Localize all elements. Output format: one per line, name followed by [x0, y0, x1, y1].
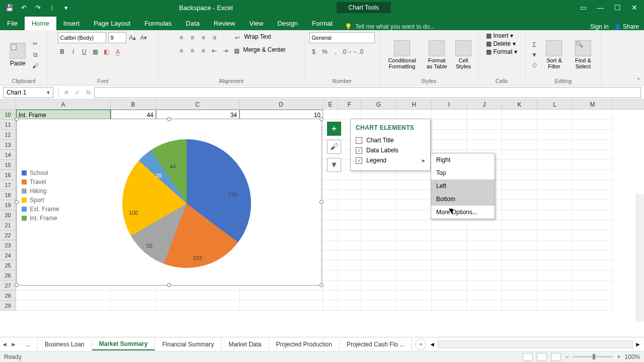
cell[interactable]: [323, 301, 338, 311]
cell[interactable]: [573, 281, 613, 291]
zoom-slider[interactable]: [573, 356, 613, 357]
cell[interactable]: [573, 160, 613, 170]
row-header[interactable]: 20: [0, 210, 16, 220]
cell[interactable]: [573, 170, 613, 180]
row-header[interactable]: 15: [0, 160, 16, 170]
wrap-text-button[interactable]: Wrap Text: [244, 33, 271, 42]
orientation-icon[interactable]: ⤭: [210, 33, 219, 42]
cell[interactable]: [502, 200, 537, 210]
row-header[interactable]: 13: [0, 140, 16, 150]
tab-page-layout[interactable]: Page Layout: [87, 17, 137, 30]
comma-icon[interactable]: ,: [332, 47, 341, 56]
cell[interactable]: [338, 270, 361, 281]
resize-handle[interactable]: [15, 200, 19, 204]
fx-icon[interactable]: fx: [83, 89, 94, 96]
cell[interactable]: [396, 240, 432, 250]
row-header[interactable]: 18: [0, 190, 16, 200]
column-header[interactable]: A: [16, 100, 111, 109]
row-header[interactable]: 16: [0, 170, 16, 180]
cell[interactable]: [361, 180, 396, 190]
cell[interactable]: [467, 260, 502, 270]
row-header[interactable]: 11: [0, 120, 16, 130]
save-icon[interactable]: 💾: [4, 4, 15, 12]
cell[interactable]: [396, 230, 432, 240]
row-header[interactable]: 27: [0, 281, 16, 291]
cell[interactable]: [573, 180, 613, 190]
tab-file[interactable]: File: [0, 17, 25, 30]
cell[interactable]: [323, 110, 338, 120]
chart-object[interactable]: SchoolTravelHikingSportExt. FrameInt. Fr…: [16, 119, 322, 286]
row-header[interactable]: 29: [0, 301, 16, 311]
decrease-indent-icon[interactable]: ⇤: [210, 46, 219, 55]
cell[interactable]: [502, 210, 537, 220]
cell[interactable]: [323, 291, 338, 301]
cell[interactable]: [502, 240, 537, 250]
column-header[interactable]: F: [338, 100, 361, 109]
cut-icon[interactable]: ✂: [31, 39, 40, 48]
cell[interactable]: [502, 190, 537, 200]
cells-insert-button[interactable]: ▦ Insert ▾: [486, 32, 513, 39]
cell[interactable]: [396, 260, 432, 270]
cell[interactable]: [396, 180, 432, 190]
cell[interactable]: [537, 260, 573, 270]
tab-home[interactable]: Home: [25, 17, 56, 30]
cell[interactable]: [361, 250, 396, 260]
cell[interactable]: [537, 291, 573, 301]
row-header[interactable]: 26: [0, 270, 16, 281]
align-center-icon[interactable]: ≡: [188, 46, 197, 55]
cell[interactable]: [323, 260, 338, 270]
increase-indent-icon[interactable]: ⇥: [221, 46, 230, 55]
cell[interactable]: [502, 180, 537, 190]
cells-format-button[interactable]: ▦ Format ▾: [486, 48, 517, 55]
row-header[interactable]: 19: [0, 200, 16, 210]
row-header[interactable]: 28: [0, 291, 16, 301]
align-top-icon[interactable]: ≡: [177, 33, 186, 42]
font-color-icon[interactable]: A̲: [113, 47, 122, 56]
checkbox-icon[interactable]: ✓: [356, 147, 362, 154]
cell[interactable]: [502, 260, 537, 270]
cell[interactable]: [537, 250, 573, 260]
cell[interactable]: [573, 110, 613, 120]
row-header[interactable]: 24: [0, 250, 16, 260]
resize-handle[interactable]: [15, 117, 19, 121]
cell[interactable]: [432, 301, 467, 311]
wrap-text-icon[interactable]: ↩: [233, 33, 242, 42]
fill-icon[interactable]: ▼: [530, 50, 539, 59]
cell[interactable]: [361, 220, 396, 230]
cell[interactable]: [338, 281, 361, 291]
currency-icon[interactable]: $: [309, 47, 318, 56]
maximize-icon[interactable]: ☐: [610, 4, 625, 12]
cell[interactable]: [323, 270, 338, 281]
tab-view[interactable]: View: [242, 17, 270, 30]
cell[interactable]: [502, 170, 537, 180]
format-as-table-button[interactable]: Format as Table: [423, 39, 450, 70]
font-size-select[interactable]: [108, 32, 126, 43]
cell[interactable]: [502, 150, 537, 160]
column-header[interactable]: B: [111, 100, 156, 109]
cell[interactable]: [111, 291, 156, 301]
cell[interactable]: [323, 230, 338, 240]
column-header[interactable]: J: [467, 100, 502, 109]
cell[interactable]: [467, 291, 502, 301]
ribbon-display-icon[interactable]: ▭: [576, 4, 591, 12]
cell[interactable]: [573, 270, 613, 281]
legend-item[interactable]: School: [22, 169, 59, 176]
cell[interactable]: [573, 220, 613, 230]
cell[interactable]: [432, 220, 467, 230]
resize-handle[interactable]: [319, 283, 324, 287]
tab-format[interactable]: Format: [305, 17, 340, 30]
legend-item[interactable]: Ext. Frame: [22, 206, 59, 213]
row-header[interactable]: 10: [0, 110, 16, 120]
italic-icon[interactable]: I: [69, 47, 78, 56]
cell[interactable]: [338, 110, 361, 120]
column-header[interactable]: H: [396, 100, 432, 109]
accept-formula-icon[interactable]: ✓: [72, 89, 83, 96]
cell[interactable]: [537, 301, 573, 311]
cell[interactable]: [361, 301, 396, 311]
legend-top[interactable]: Top: [431, 166, 495, 179]
chart-legend[interactable]: SchoolTravelHikingSportExt. FrameInt. Fr…: [22, 167, 59, 224]
cancel-formula-icon[interactable]: ✕: [61, 89, 72, 96]
cell[interactable]: [573, 291, 613, 301]
cell[interactable]: 10: [239, 110, 323, 120]
fill-color-icon[interactable]: ◧: [102, 47, 111, 56]
